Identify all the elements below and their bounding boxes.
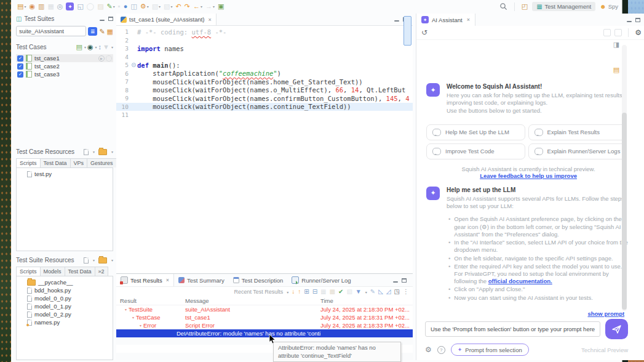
- checkbox[interactable]: ✓: [17, 55, 23, 62]
- code-line[interactable]: 5def main():: [116, 61, 413, 70]
- prompt-from-selection-button[interactable]: ✦ Prompt from selection: [451, 344, 529, 356]
- tab-test-data[interactable]: Test Data: [65, 267, 95, 276]
- minimize-icon[interactable]: [100, 20, 105, 21]
- navigate-back-icon[interactable]: ←▾: [192, 2, 204, 12]
- save-disabled-icon[interactable]: ▦: [46, 2, 55, 12]
- launch-config-icon[interactable]: ⚙▾: [139, 2, 150, 12]
- minimized-view-icon[interactable]: ◨: [613, 41, 619, 49]
- show-prompt-link[interactable]: show prompt: [587, 310, 624, 317]
- tab-models[interactable]: Models: [40, 267, 65, 276]
- quick-button-explain-test-results[interactable]: Explain Test Results: [528, 124, 627, 140]
- open-editor-icon[interactable]: ▣: [217, 2, 225, 12]
- column-time[interactable]: Time: [320, 297, 413, 304]
- close-icon[interactable]: ×: [166, 277, 169, 283]
- code-area[interactable]: 1# -*- coding: utf-8 -*-23import names45…: [116, 26, 413, 273]
- code-line[interactable]: 7 mouseClick(waitForObject(names.home_Ge…: [116, 78, 413, 86]
- file-item[interactable]: __pycache__: [17, 278, 113, 286]
- maximize-icon[interactable]: [635, 18, 640, 22]
- collapse-all-icon[interactable]: ⊟: [312, 289, 317, 295]
- filter-icon[interactable]: ▼: [356, 289, 362, 295]
- minimize-icon[interactable]: [394, 20, 399, 22]
- maximize-icon[interactable]: [402, 278, 407, 283]
- save-all-icon[interactable]: ▥: [37, 2, 46, 12]
- checkbox[interactable]: ✓: [17, 63, 23, 70]
- tab-test-summary[interactable]: Test Summary: [174, 274, 229, 286]
- result-row[interactable]: ▾ErrorScript ErrorJuly 24, 2025 at 2:18:…: [116, 321, 413, 329]
- screenshot-disabled-icon[interactable]: ▦: [320, 289, 326, 295]
- run-test-case-icon[interactable]: ▶: [98, 55, 105, 62]
- jump-prev-error-icon[interactable]: ↑: [298, 289, 301, 295]
- chevron-down-icon[interactable]: ▾: [147, 4, 149, 9]
- window-layout-icon[interactable]: ◫: [129, 2, 138, 12]
- sort-icon[interactable]: ↕: [98, 43, 102, 50]
- redo-icon[interactable]: ↷: [183, 2, 191, 12]
- tab-scripts[interactable]: Scripts: [16, 158, 41, 167]
- suite-config-icon[interactable]: ▦: [107, 28, 113, 35]
- column-message[interactable]: Message: [185, 297, 320, 304]
- run-test-suite-icon[interactable]: ◉: [87, 43, 93, 50]
- editor-scrollbar[interactable]: [403, 16, 411, 46]
- settings-gear-icon[interactable]: ⚙: [425, 345, 432, 354]
- chevron-down-icon[interactable]: ▾: [287, 290, 288, 294]
- test-case-row[interactable]: ✓tst_case2: [16, 62, 113, 70]
- new-resource-icon[interactable]: [84, 257, 89, 263]
- open-folder-icon[interactable]: [98, 257, 107, 263]
- quick-button-help-me-set-up-the-llm[interactable]: Help Me Set Up the LLM: [426, 124, 525, 140]
- jump-next-error-icon[interactable]: ↓: [292, 289, 295, 295]
- import-report-icon[interactable]: ◿: [386, 289, 391, 295]
- maximize-icon[interactable]: [108, 17, 113, 21]
- tab-runner-server-log[interactable]: Runner/Server Log: [287, 274, 355, 286]
- minimize-icon[interactable]: [627, 21, 632, 22]
- tab-scripts[interactable]: Scripts: [16, 267, 41, 276]
- verify-checkpoint-icon[interactable]: ✔: [338, 289, 343, 295]
- prompt-input[interactable]: Use the 'Prompt from selection' button o…: [425, 321, 600, 337]
- ai-assistant-tab[interactable]: ✦ AI Assistant ×: [416, 14, 475, 26]
- code-line[interactable]: 1# -*- coding: utf-8 -*-: [116, 28, 413, 36]
- chevron-down-icon[interactable]: ▾: [213, 4, 215, 9]
- ai-menu-gear-icon[interactable]: ⚙: [635, 28, 642, 37]
- chevron-down-icon[interactable]: ▾: [159, 4, 161, 9]
- tab-gestures[interactable]: Gestures: [87, 158, 117, 167]
- tab--2[interactable]: »2: [95, 267, 108, 276]
- perspective-spy[interactable]: ☻ Spy: [600, 3, 618, 10]
- file-item[interactable]: model_0_0.py: [17, 294, 113, 302]
- record-test-icon[interactable]: ◉: [28, 2, 36, 12]
- chevron-down-icon[interactable]: ▾: [365, 290, 367, 294]
- test-case-row[interactable]: ✓tst_case3: [16, 70, 113, 78]
- web-browser-icon[interactable]: ●: [122, 2, 129, 12]
- open-folder-icon[interactable]: [98, 149, 107, 155]
- tree-caret-icon[interactable]: ▾: [125, 307, 127, 312]
- close-icon[interactable]: ×: [209, 17, 212, 23]
- view-menu-icon[interactable]: ⋮: [403, 289, 409, 295]
- highlight-disabled-icon[interactable]: ▩: [330, 289, 335, 295]
- file-item[interactable]: bdd_hooks.py: [17, 286, 113, 294]
- file-item[interactable]: test.py: [17, 170, 113, 178]
- result-row[interactable]: ▾TestSuitesuite_AIAssistantJuly 24, 2025…: [116, 305, 413, 313]
- minimize-icon[interactable]: [393, 281, 398, 283]
- clear-log-icon[interactable]: ✎: [370, 289, 375, 295]
- compare-disabled-icon[interactable]: ▧: [346, 289, 352, 295]
- debug-disabled-icon[interactable]: ▧▾: [151, 2, 162, 12]
- code-line[interactable]: 10 mouseClick(waitForObject(names.contin…: [116, 103, 413, 111]
- help-icon[interactable]: ?: [437, 346, 445, 354]
- chat-scrollbar[interactable]: [622, 45, 627, 311]
- new-test-case-icon[interactable]: ▤: [76, 43, 82, 50]
- open-external-icon[interactable]: ◳: [394, 289, 400, 295]
- new-wizard-icon[interactable]: ▤▾: [16, 2, 27, 12]
- export-report-icon[interactable]: ◺: [378, 289, 383, 295]
- code-line[interactable]: 11: [116, 111, 413, 119]
- code-line[interactable]: 8 mouseClick(waitForObject(names.o_Multi…: [116, 86, 413, 95]
- code-line[interactable]: 6 startApplication("coffeemachine"): [116, 70, 413, 78]
- result-row[interactable]: ▾TestCasetst_case1July 24, 2025 at 2:18:…: [116, 313, 413, 321]
- column-result[interactable]: Result: [116, 297, 185, 304]
- code-line[interactable]: 9 mouseClick(waitForObject(names.confirm…: [116, 94, 413, 103]
- pause-disabled-icon[interactable]: ◯: [85, 2, 95, 12]
- quick-button-improve-test-code[interactable]: Improve Test Code: [426, 143, 525, 159]
- perspective-test-management[interactable]: ▦ Test Management: [532, 2, 595, 11]
- file-item[interactable]: names.py: [17, 318, 113, 326]
- quick-button-explain-runner-server-logs[interactable]: Explain Runner/Server Logs: [528, 143, 627, 159]
- send-button[interactable]: [605, 319, 628, 339]
- tab-test-data[interactable]: Test Data: [40, 158, 71, 167]
- snippet-disabled-icon[interactable]: ▪: [117, 2, 122, 12]
- code-line[interactable]: 4: [116, 53, 413, 62]
